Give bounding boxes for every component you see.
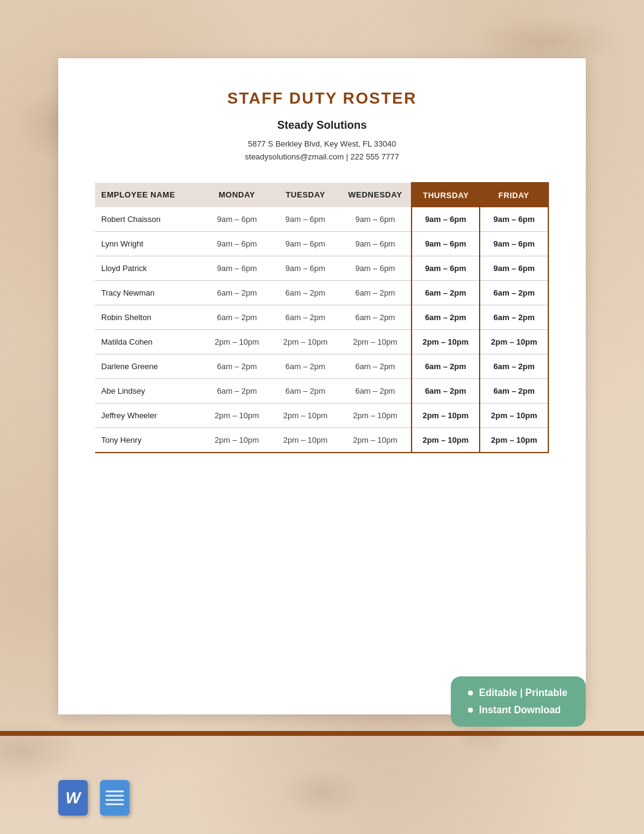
badge-item-editable: Editable | Printable [468, 687, 569, 698]
document-title: STAFF DUTY ROSTER [95, 89, 549, 108]
header-employee-name: EMPLOYEE NAME [95, 183, 202, 207]
roster-table: EMPLOYEE NAME MONDAY TUESDAY WEDNESDAY T… [95, 182, 549, 453]
header-friday: FRIDAY [480, 183, 548, 207]
bottom-accent-bar [0, 731, 644, 736]
table-row: Tracy Newman6am – 2pm6am – 2pm6am – 2pm6… [95, 280, 548, 305]
word-icon-wrapper: W [58, 780, 88, 816]
badge-item-download: Instant Download [468, 705, 569, 716]
table-row: Lynn Wright9am – 6pm9am – 6pm9am – 6pm9a… [95, 231, 548, 256]
docs-icon [100, 780, 129, 816]
table-row: Tony Henry2pm – 10pm2pm – 10pm2pm – 10pm… [95, 427, 548, 453]
docs-icon-wrapper [100, 780, 129, 816]
bullet-dot [468, 708, 473, 713]
table-row: Matilda Cohen2pm – 10pm2pm – 10pm2pm – 1… [95, 329, 548, 354]
table-row: Robert Chaisson9am – 6pm9am – 6pm9am – 6… [95, 207, 548, 232]
table-row: Darlene Greene6am – 2pm6am – 2pm6am – 2p… [95, 354, 548, 378]
table-row: Abe Lindsey6am – 2pm6am – 2pm6am – 2pm6a… [95, 378, 548, 403]
features-badge: Editable | Printable Instant Download [451, 676, 586, 727]
table-row: Jeffrey Wheeler2pm – 10pm2pm – 10pm2pm –… [95, 403, 548, 427]
header-wednesday: WEDNESDAY [340, 183, 412, 207]
bullet-dot [468, 691, 473, 695]
company-address: 5877 S Berkley Blvd, Key West, FL 33040 … [95, 138, 549, 164]
header-monday: MONDAY [202, 183, 271, 207]
document-card: STAFF DUTY ROSTER Steady Solutions 5877 … [58, 58, 586, 714]
word-icon: W [58, 780, 88, 816]
header-thursday: THURSDAY [412, 183, 480, 207]
footer-app-icons: W [58, 780, 129, 816]
header-tuesday: TUESDAY [271, 183, 340, 207]
table-row: Lloyd Patrick9am – 6pm9am – 6pm9am – 6pm… [95, 256, 548, 280]
table-row: Robin Shelton6am – 2pm6am – 2pm6am – 2pm… [95, 305, 548, 329]
company-name: Steady Solutions [95, 119, 549, 132]
